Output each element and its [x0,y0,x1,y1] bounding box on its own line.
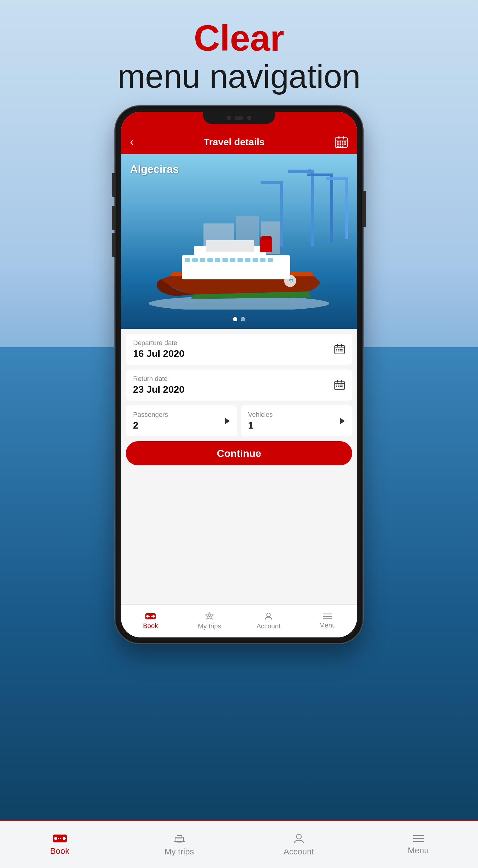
marketing-header: Clear menu navigation [117,18,360,94]
departure-label: Departure date [133,339,184,347]
svg-rect-32 [206,240,254,252]
vehicles-label: Vehicles [248,411,273,418]
svg-rect-44 [268,258,273,262]
outer-nav-book[interactable]: Book [0,821,120,868]
notch-area [121,112,357,130]
bottom-nav: Book My trips Account [121,604,357,638]
outer-bottom-bar: Book My trips Account Menu [0,820,478,868]
svg-rect-65 [336,384,337,385]
svg-rect-42 [252,258,258,262]
ship-svg: FRS-EXPRESS [146,231,332,310]
carousel-dots [233,313,245,326]
phone-mockup: ‹ Travel details [115,106,363,643]
svg-rect-59 [340,350,341,351]
svg-rect-67 [340,384,341,385]
svg-rect-54 [338,349,339,350]
svg-rect-60 [341,350,343,351]
svg-rect-40 [238,258,243,262]
svg-rect-70 [338,386,339,387]
app-header: ‹ Travel details [121,130,357,154]
camera-dot [227,116,231,120]
passengers-arrow-icon [225,418,230,424]
outer-mytrips-label: My trips [165,847,194,857]
menu-icon [323,613,332,620]
svg-point-77 [209,615,210,617]
vehicles-card[interactable]: Vehicles 1 [241,405,352,436]
svg-rect-5 [340,141,341,143]
svg-rect-46 [262,236,271,240]
nav-item-account[interactable]: Account [239,604,298,638]
svg-rect-55 [340,349,341,350]
svg-point-88 [297,834,301,839]
nav-item-book[interactable]: Book [121,604,180,638]
svg-rect-34 [192,258,198,262]
svg-rect-8 [337,144,339,145]
dot-2 [241,317,245,321]
outer-nav-menu[interactable]: Menu [358,821,478,868]
dot-1 [233,317,237,321]
header-line2: menu navigation [117,58,360,94]
return-value: 23 Jul 2020 [133,384,184,395]
svg-rect-13 [340,146,341,147]
vehicles-value: 1 [248,420,273,431]
outer-nav-mytrips[interactable]: My trips [120,821,239,868]
svg-rect-10 [342,144,343,145]
svg-rect-36 [207,258,213,262]
ship-wrapper: FRS-EXPRESS [146,231,332,311]
svg-rect-20 [307,174,330,176]
svg-point-83 [54,837,57,840]
nav-item-menu[interactable]: Menu [298,604,357,638]
return-calendar-icon [334,380,345,391]
departure-date-card: Departure date 16 Jul 2020 [126,334,352,365]
svg-rect-35 [200,258,205,262]
form-area: Departure date 16 Jul 2020 [121,329,357,604]
svg-rect-87 [177,835,182,838]
nav-menu-label: Menu [319,621,336,629]
svg-rect-68 [341,384,343,385]
svg-rect-24 [261,181,280,184]
return-label: Return date [133,375,184,383]
outer-mytrips-icon [173,832,186,844]
phone-frame: ‹ Travel details [115,106,363,643]
svg-rect-12 [337,146,339,147]
passengers-card[interactable]: Passengers 2 [126,405,237,436]
svg-text:🐬: 🐬 [288,278,294,284]
svg-rect-9 [340,144,341,145]
outer-account-label: Account [283,847,314,857]
svg-rect-4 [337,141,339,143]
outer-book-label: Book [50,846,70,856]
calendar-header-icon[interactable] [335,136,348,148]
svg-rect-66 [338,384,339,385]
nav-account-label: Account [257,622,280,630]
back-button[interactable]: ‹ [130,135,134,148]
svg-rect-72 [341,386,343,387]
svg-rect-11 [344,144,346,145]
svg-point-75 [152,615,155,618]
svg-rect-7 [344,141,346,143]
svg-rect-33 [185,258,190,262]
passengers-label: Passengers [133,411,168,418]
camera-dot-2 [247,116,251,120]
svg-rect-71 [340,386,341,387]
outer-nav-account[interactable]: Account [239,821,358,868]
svg-rect-57 [336,350,337,351]
outer-menu-icon [412,834,424,843]
phone-screen: ‹ Travel details [121,112,357,638]
svg-rect-6 [342,141,343,143]
departure-date-field[interactable]: Departure date 16 Jul 2020 [126,334,352,365]
outer-account-icon [293,832,305,844]
passengers-value: 2 [133,420,168,431]
svg-rect-41 [245,258,250,262]
svg-rect-37 [215,258,220,262]
book-ticket-icon [145,612,156,621]
svg-rect-14 [342,146,343,147]
continue-button[interactable]: Continue [126,441,352,465]
ship-image-area: Algeciras FRS-EXPRESS [121,154,357,329]
outer-book-icon [53,833,67,844]
return-date-card: Return date 23 Jul 2020 [126,370,352,401]
notch [203,112,275,124]
nav-item-mytrips[interactable]: My trips [180,604,239,638]
departure-calendar-icon [334,344,345,355]
return-date-field[interactable]: Return date 23 Jul 2020 [126,370,352,401]
departure-value: 16 Jul 2020 [133,348,184,359]
